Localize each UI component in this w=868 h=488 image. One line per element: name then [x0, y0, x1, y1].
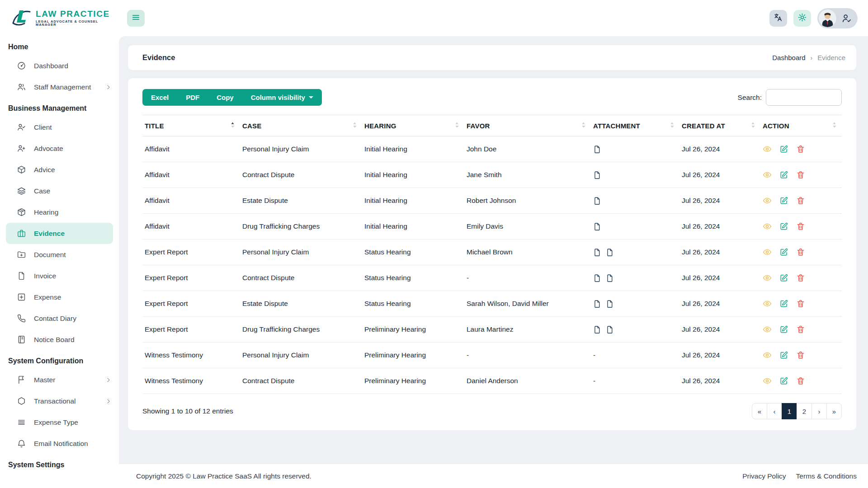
- table-row: Witness TestimonyContract DisputePrelimi…: [142, 368, 842, 394]
- cell-case: Drug Trafficking Charges: [240, 317, 362, 343]
- view-button[interactable]: [763, 170, 772, 179]
- gear-icon: [797, 13, 807, 23]
- delete-button[interactable]: [796, 299, 805, 308]
- edit-button[interactable]: [779, 351, 788, 360]
- cell-created-at: Jul 26, 2024: [679, 162, 760, 188]
- view-button[interactable]: [763, 222, 772, 231]
- edit-icon: [779, 273, 788, 282]
- view-button[interactable]: [763, 351, 772, 360]
- view-button[interactable]: [763, 299, 772, 308]
- edit-button[interactable]: [779, 222, 788, 231]
- delete-button[interactable]: [796, 145, 805, 154]
- view-button[interactable]: [763, 248, 772, 257]
- edit-button[interactable]: [779, 248, 788, 257]
- cell-favor: -: [464, 343, 591, 368]
- file-icon: [593, 325, 602, 334]
- breadcrumb-item-dashboard[interactable]: Dashboard: [772, 54, 805, 61]
- view-button[interactable]: [763, 196, 772, 205]
- language-button[interactable]: [769, 10, 787, 27]
- cell-attachment: [591, 136, 679, 162]
- sidebar-item-dashboard[interactable]: Dashboard: [0, 55, 119, 76]
- sidebar-item-advice[interactable]: Advice: [0, 159, 119, 180]
- search-input[interactable]: [766, 89, 842, 106]
- edit-button[interactable]: [779, 170, 788, 179]
- view-button[interactable]: [763, 273, 772, 282]
- cell-action: [763, 162, 836, 188]
- sidebar-item-label: Evidence: [34, 230, 65, 238]
- sidebar-toggle-button[interactable]: [127, 10, 145, 27]
- eye-icon: [763, 376, 772, 385]
- sidebar-item-evidence[interactable]: Evidence: [6, 223, 113, 244]
- edit-button[interactable]: [779, 299, 788, 308]
- column-header-action[interactable]: ACTION: [760, 115, 842, 136]
- avatar: [819, 9, 836, 27]
- footer-link-privacy-policy[interactable]: Privacy Policy: [742, 472, 786, 480]
- sidebar-item-advocate[interactable]: Advocate: [0, 138, 119, 159]
- sidebar-item-case[interactable]: Case: [0, 180, 119, 202]
- column-visibility-button[interactable]: Column visibility: [242, 89, 322, 106]
- column-header-title[interactable]: TITLE: [142, 115, 240, 136]
- sidebar-item-staff-management[interactable]: Staff Management: [0, 76, 119, 98]
- brand-logo[interactable]: LAW PRACTICE LEGAL ADVOCATE & COUNSEL MA…: [0, 0, 119, 36]
- settings-button[interactable]: [793, 10, 811, 27]
- edit-button[interactable]: [779, 376, 788, 385]
- delete-button[interactable]: [796, 248, 805, 257]
- edit-button[interactable]: [779, 196, 788, 205]
- column-header-hearing[interactable]: HEARING: [362, 115, 464, 136]
- eye-icon: [763, 145, 772, 154]
- delete-button[interactable]: [796, 351, 805, 360]
- sidebar-item-master[interactable]: Master: [0, 369, 119, 390]
- sidebar-item-notice-board[interactable]: Notice Board: [0, 329, 119, 350]
- eye-icon: [763, 170, 772, 179]
- file-icon: [593, 171, 602, 179]
- column-header-favor[interactable]: FAVOR: [464, 115, 591, 136]
- cell-created-at: Jul 26, 2024: [679, 368, 760, 394]
- sidebar-item-label: Transactional: [34, 397, 75, 405]
- view-button[interactable]: [763, 145, 772, 154]
- sidebar-item-expense-type[interactable]: Expense Type: [0, 412, 119, 433]
- sidebar-item-invoice[interactable]: Invoice: [0, 265, 119, 286]
- column-header-case[interactable]: CASE: [240, 115, 362, 136]
- delete-button[interactable]: [796, 222, 805, 231]
- edit-icon: [779, 299, 788, 308]
- cell-attachment: -: [591, 343, 679, 368]
- trash-icon: [796, 145, 805, 154]
- delete-button[interactable]: [796, 273, 805, 282]
- pagination-first-button[interactable]: «: [752, 403, 767, 419]
- sidebar-item-label: Case: [34, 187, 50, 195]
- cell-favor: Michael Brown: [464, 239, 591, 265]
- export-excel-button[interactable]: Excel: [142, 89, 177, 106]
- column-header-attachment[interactable]: ATTACHMENT: [591, 115, 679, 136]
- pagination-page-2-button[interactable]: 2: [797, 403, 812, 419]
- sidebar-item-label: Hearing: [34, 208, 58, 216]
- delete-button[interactable]: [796, 325, 805, 334]
- sidebar-item-document[interactable]: Document: [0, 244, 119, 265]
- sidebar-item-transactional[interactable]: Transactional: [0, 390, 119, 412]
- profile-menu[interactable]: [817, 8, 858, 28]
- footer-link-terms-conditions[interactable]: Terms & Conditions: [796, 472, 857, 480]
- column-header-created-at[interactable]: CREATED AT: [679, 115, 760, 136]
- sidebar-item-expense[interactable]: Expense: [0, 286, 119, 308]
- edit-icon: [779, 170, 788, 179]
- pagination-page-1-button[interactable]: 1: [782, 403, 797, 419]
- view-button[interactable]: [763, 376, 772, 385]
- content-area: Evidence Dashboard›Evidence ExcelPDFCopy…: [119, 36, 868, 464]
- sidebar-item-client[interactable]: Client: [0, 117, 119, 138]
- edit-button[interactable]: [779, 325, 788, 334]
- sidebar-item-email-notification[interactable]: Email Notification: [0, 433, 119, 454]
- export-copy-button[interactable]: Copy: [208, 89, 242, 106]
- sidebar-item-hearing[interactable]: Hearing: [0, 202, 119, 223]
- file-icon: [606, 248, 614, 257]
- edit-button[interactable]: [779, 273, 788, 282]
- export-pdf-button[interactable]: PDF: [177, 89, 208, 106]
- pagination-next-button[interactable]: ›: [811, 403, 827, 419]
- view-button[interactable]: [763, 325, 772, 334]
- cell-favor: -: [464, 265, 591, 291]
- pagination-last-button[interactable]: »: [826, 403, 842, 419]
- sidebar-item-contact-diary[interactable]: Contact Diary: [0, 308, 119, 329]
- pagination-prev-button[interactable]: ‹: [767, 403, 782, 419]
- edit-button[interactable]: [779, 145, 788, 154]
- delete-button[interactable]: [796, 170, 805, 179]
- delete-button[interactable]: [796, 196, 805, 205]
- delete-button[interactable]: [796, 376, 805, 385]
